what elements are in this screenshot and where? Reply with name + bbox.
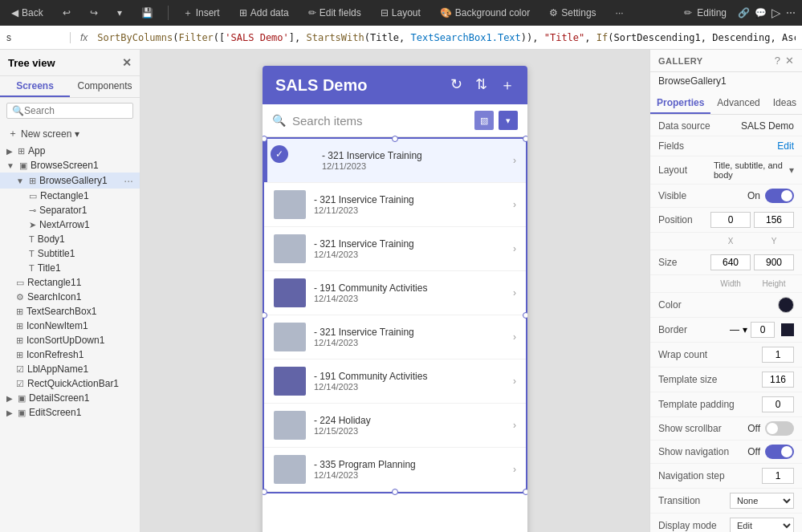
width-label: Width — [710, 279, 751, 288]
help-icon[interactable]: ? — [775, 55, 780, 67]
tab-ideas[interactable]: Ideas — [767, 93, 802, 114]
new-screen-button[interactable]: ＋ New screen ▾ — [0, 124, 140, 144]
navigation-step-input[interactable] — [762, 468, 794, 484]
tree-item-label: TextSearchBox1 — [26, 306, 133, 317]
position-y-input[interactable] — [754, 212, 794, 228]
selection-handle-mr[interactable] — [523, 312, 527, 319]
fields-edit-link[interactable]: Edit — [777, 140, 794, 152]
search-action-btn-1[interactable]: ▧ — [474, 111, 494, 130]
formula-text[interactable]: SortByColumns(Filter(['SALS Demo'], Star… — [97, 32, 796, 43]
selection-handle-tr[interactable] — [523, 136, 527, 142]
tree-item-lblappname1[interactable]: ☑ LblAppName1 — [0, 362, 140, 376]
more-button[interactable]: ··· — [611, 6, 629, 20]
more-options-icon[interactable]: ··· — [124, 174, 133, 187]
tree-item-rectquickactionbar1[interactable]: ☑ RectQuickActionBar1 — [0, 376, 140, 391]
tree-item-label: EditScreen1 — [29, 407, 133, 418]
refresh-icon[interactable]: ↻ — [450, 75, 462, 95]
size-height-input[interactable] — [754, 254, 794, 270]
border-color-swatch[interactable] — [781, 323, 794, 336]
tree-item-body1[interactable]: T Body1 — [0, 232, 140, 246]
arrow-icon: ➤ — [29, 220, 36, 230]
add-icon[interactable]: ＋ — [500, 75, 515, 95]
template-size-label: Template size — [658, 374, 717, 385]
display-mode-select[interactable]: Edit View Disabled — [730, 518, 794, 532]
layout-chevron-icon[interactable]: ▾ — [789, 164, 794, 176]
close-icon[interactable]: ✕ — [122, 56, 132, 69]
gallery-icon: ⊞ — [29, 176, 36, 186]
search-action-btn-2[interactable]: ▾ — [499, 111, 518, 130]
sort-icon[interactable]: ⇅ — [475, 75, 487, 95]
gallery-item[interactable]: - 191 Community Activities 12/14/2023 › — [264, 359, 526, 404]
insert-button[interactable]: ＋ Insert — [178, 5, 225, 22]
color-swatch[interactable] — [778, 297, 794, 313]
template-size-input[interactable] — [762, 372, 794, 388]
gallery-item[interactable]: - 321 Inservice Training 12/11/2023 › — [264, 183, 526, 227]
tab-components[interactable]: Components — [70, 76, 140, 97]
tree-item-title1[interactable]: T Title1 — [0, 261, 140, 275]
tree-item-browsescreen1[interactable]: ▼ ▣ BrowseScreen1 — [0, 158, 140, 173]
tree-item-separator1[interactable]: ⊸ Separator1 — [0, 203, 140, 217]
border-label: Border — [658, 324, 687, 335]
search-placeholder-text[interactable]: Search items — [292, 114, 468, 128]
tab-advanced[interactable]: Advanced — [710, 93, 766, 114]
selection-handle-tm[interactable] — [392, 136, 398, 142]
tree-item-browsegallery1[interactable]: ▼ ⊞ BrowseGallery1 ··· — [0, 173, 140, 189]
prop-show-scrollbar: Show scrollbar Off — [650, 417, 802, 441]
tree-item-editscreen1[interactable]: ▶ ▣ EditScreen1 — [0, 405, 140, 420]
scrollbar-toggle[interactable] — [765, 421, 794, 436]
wrap-count-input[interactable] — [762, 347, 794, 363]
visible-toggle[interactable] — [765, 189, 794, 203]
tab-properties[interactable]: Properties — [650, 93, 710, 114]
undo-button[interactable]: ↩ — [58, 6, 75, 20]
tree-item-rectangle11[interactable]: ▭ Rectangle11 — [0, 275, 140, 290]
layout-button[interactable]: ⊟ Layout — [376, 6, 425, 20]
redo-button[interactable]: ↪ — [85, 6, 103, 20]
gallery-item[interactable]: ✓ - 321 Inservice Training 12/11/2023 › — [264, 139, 526, 183]
tree-item-iconrefresh1[interactable]: ⊞ IconRefresh1 — [0, 347, 140, 362]
tree-search-box[interactable]: 🔍 — [6, 103, 133, 119]
back-icon: ◀ — [11, 7, 18, 18]
gallery-item[interactable]: - 224 Holiday 12/15/2023 › — [264, 404, 526, 448]
tree-item-textsearchbox1[interactable]: ⊞ TextSearchBox1 — [0, 304, 140, 319]
tree-item-nextarrow1[interactable]: ➤ NextArrow1 — [0, 217, 140, 232]
gallery-item[interactable]: - 191 Community Activities 12/14/2023 › — [264, 271, 526, 315]
position-x-input[interactable] — [710, 212, 751, 228]
selection-handle-bm[interactable] — [392, 489, 398, 495]
selection-handle-br[interactable] — [523, 489, 527, 495]
save-icon: 💾 — [141, 7, 153, 18]
settings-button[interactable]: ⚙ Settings — [544, 6, 600, 20]
gallery-item[interactable]: - 335 Program Planning 12/14/2023 › — [264, 448, 526, 492]
item-date: 12/15/2023 — [314, 426, 505, 436]
item-thumbnail — [274, 234, 306, 263]
chevron-down-icon[interactable]: ▾ — [112, 6, 127, 20]
tab-screens[interactable]: Screens — [0, 76, 70, 97]
save-button[interactable]: 💾 — [136, 6, 158, 20]
expand-icon[interactable]: ✕ — [785, 55, 794, 67]
tree-item-iconsortupdown1[interactable]: ⊞ IconSortUpDown1 — [0, 333, 140, 347]
gallery-item[interactable]: - 321 Inservice Training 12/14/2023 › — [264, 315, 526, 359]
tree-item-subtitle1[interactable]: T Subtitle1 — [0, 246, 140, 261]
browse-gallery[interactable]: ✓ - 321 Inservice Training 12/11/2023 › … — [263, 137, 527, 493]
back-button[interactable]: ◀ Back — [6, 6, 48, 20]
border-dropdown-icon[interactable]: ▾ — [743, 324, 747, 335]
selection-handle-bl[interactable] — [263, 489, 267, 495]
transition-select[interactable]: None Fade Push — [730, 493, 794, 509]
item-title: - 321 Inservice Training — [314, 238, 505, 250]
tree-item-rectangle1[interactable]: ▭ Rectangle1 — [0, 189, 140, 203]
search-actions: ▧ ▾ — [474, 111, 518, 130]
tree-search-input[interactable] — [24, 105, 145, 116]
add-data-button[interactable]: ⊞ Add data — [234, 6, 294, 20]
border-width-input[interactable] — [751, 322, 775, 338]
edit-fields-button[interactable]: ✏ Edit fields — [303, 6, 366, 20]
tree-item-searchicon1[interactable]: ⚙ SearchIcon1 — [0, 290, 140, 304]
size-width-input[interactable] — [710, 254, 751, 270]
background-color-button[interactable]: 🎨 Background color — [435, 6, 535, 20]
position-values — [710, 212, 794, 228]
tree-item-detailscreen1[interactable]: ▶ ▣ DetailScreen1 — [0, 391, 140, 405]
gallery-item[interactable]: - 321 Inservice Training 12/14/2023 › — [264, 227, 526, 271]
navigation-toggle[interactable] — [765, 445, 794, 459]
tree-item-iconnewitem1[interactable]: ⊞ IconNewItem1 — [0, 319, 140, 333]
template-padding-input[interactable] — [762, 396, 794, 412]
chevron-right-icon: › — [513, 376, 516, 387]
tree-item-app[interactable]: ▶ ⊞ App — [0, 144, 140, 158]
